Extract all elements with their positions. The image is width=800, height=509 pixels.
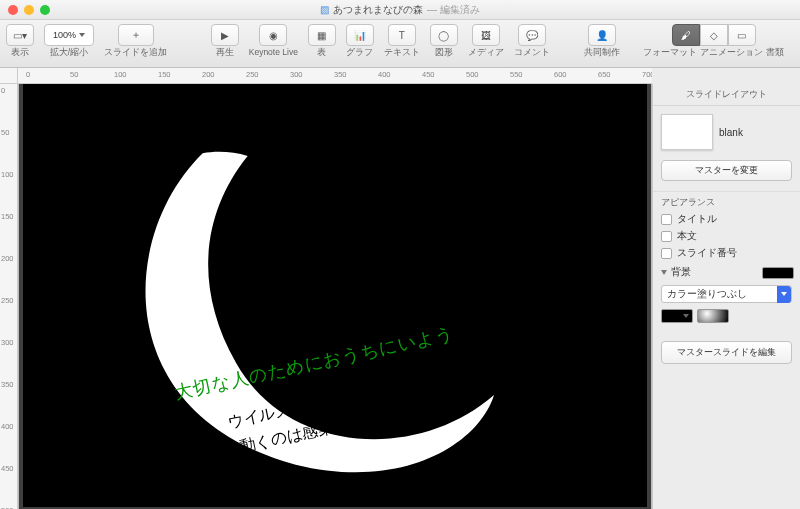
play-icon: ▶ [221, 30, 229, 41]
keynote-doc-icon: ▧ [320, 4, 329, 15]
shape-button[interactable]: ◯ [430, 24, 458, 46]
master-name: blank [719, 127, 743, 138]
fullscreen-window-icon[interactable] [40, 5, 50, 15]
ruler-horizontal: 0501001502002503003504004505005506006507… [18, 68, 652, 84]
document-status: — 編集済み [427, 3, 480, 17]
keynote-live-label: Keynote Live [249, 48, 298, 57]
traffic-lights [8, 5, 50, 15]
play-button[interactable]: ▶ [211, 24, 239, 46]
fill-type-value: カラー塗りつぶし [667, 288, 747, 301]
view-label: 表示 [11, 48, 29, 57]
media-icon: 🖼 [481, 30, 491, 41]
add-slide-button[interactable]: ＋ [118, 24, 154, 46]
ruler-vertical: 050100150200250300350400450500 [0, 84, 18, 509]
keynote-live-button[interactable]: ◉ [259, 24, 287, 46]
zoom-value: 100% [53, 30, 76, 40]
media-label: メディア [468, 48, 504, 57]
collaborate-button[interactable]: 👤 [588, 24, 616, 46]
broadcast-icon: ◉ [269, 30, 278, 41]
body-checkbox[interactable] [661, 231, 672, 242]
media-button[interactable]: 🖼 [472, 24, 500, 46]
title-checkbox[interactable] [661, 214, 672, 225]
play-label: 再生 [216, 48, 234, 57]
zoom-select[interactable]: 100% [44, 24, 94, 46]
diamond-icon: ◇ [710, 30, 718, 41]
body-checkbox-label: 本文 [677, 230, 697, 243]
inspector-header: スライドレイアウト [653, 84, 800, 106]
inspector-tabs-label: フォーマットアニメーション書類 [643, 48, 784, 57]
background-section-label: 背景 [671, 266, 691, 279]
shape-icon: ◯ [438, 30, 449, 41]
moon-shape[interactable]: 大切な人のためにおうちにいよう ウイルスは動かない 動くのは感染者 [65, 93, 531, 506]
chart-button[interactable]: 📊 [346, 24, 374, 46]
document-title: あつまれまなびの森 [333, 3, 423, 17]
fill-type-select[interactable]: カラー塗りつぶし [661, 285, 792, 303]
collaborate-icon: 👤 [596, 30, 608, 41]
canvas-area[interactable]: 大切な人のためにおうちにいよう ウイルスは動かない 動くのは感染者 [18, 84, 652, 509]
title-checkbox-label: タイトル [677, 213, 717, 226]
edit-master-button[interactable]: マスタースライドを編集 [661, 341, 792, 364]
ruler-corner [0, 68, 18, 84]
appearance-section-label: アピアランス [653, 191, 800, 211]
text-icon: T [399, 30, 405, 41]
document-icon: ▭ [737, 30, 746, 41]
view-icon: ▭▾ [13, 30, 27, 41]
fill-color-swatch[interactable] [661, 309, 693, 323]
comment-icon: 💬 [526, 30, 538, 41]
tab-animate[interactable]: ◇ [700, 24, 728, 46]
comment-button[interactable]: 💬 [518, 24, 546, 46]
chart-icon: 📊 [354, 30, 366, 41]
window-titlebar: ▧ あつまれまなびの森 — 編集済み [0, 0, 800, 20]
change-master-button[interactable]: マスターを変更 [661, 160, 792, 181]
brush-icon: 🖌 [681, 30, 691, 41]
slidenum-checkbox-label: スライド番号 [677, 247, 737, 260]
toolbar: ▭▾ 表示 100% 拡大/縮小 ＋ スライドを追加 ▶ 再生 ◉ Keynot… [0, 20, 800, 68]
collaborate-label: 共同制作 [584, 48, 620, 57]
slide[interactable]: 大切な人のためにおうちにいよう ウイルスは動かない 動くのは感染者 [23, 84, 647, 507]
minimize-window-icon[interactable] [24, 5, 34, 15]
table-icon: ▦ [317, 30, 326, 41]
shape-label: 図形 [435, 48, 453, 57]
close-window-icon[interactable] [8, 5, 18, 15]
add-slide-label: スライドを追加 [104, 48, 167, 57]
plus-icon: ＋ [131, 28, 141, 42]
color-well[interactable] [697, 309, 729, 323]
background-summary-swatch [762, 267, 794, 279]
table-button[interactable]: ▦ [308, 24, 336, 46]
comment-label: コメント [514, 48, 550, 57]
master-thumbnail[interactable] [661, 114, 713, 150]
slidenum-checkbox[interactable] [661, 248, 672, 259]
text-label: テキスト [384, 48, 420, 57]
tab-document[interactable]: ▭ [728, 24, 756, 46]
chart-label: グラフ [346, 48, 373, 57]
view-button[interactable]: ▭▾ [6, 24, 34, 46]
table-label: 表 [317, 48, 326, 57]
inspector-panel: スライドレイアウト blank マスターを変更 アピアランス タイトル 本文 ス… [652, 84, 800, 509]
text-button[interactable]: T [388, 24, 416, 46]
tab-format[interactable]: 🖌 [672, 24, 700, 46]
zoom-label: 拡大/縮小 [50, 48, 88, 57]
disclosure-triangle-icon[interactable] [661, 270, 667, 275]
